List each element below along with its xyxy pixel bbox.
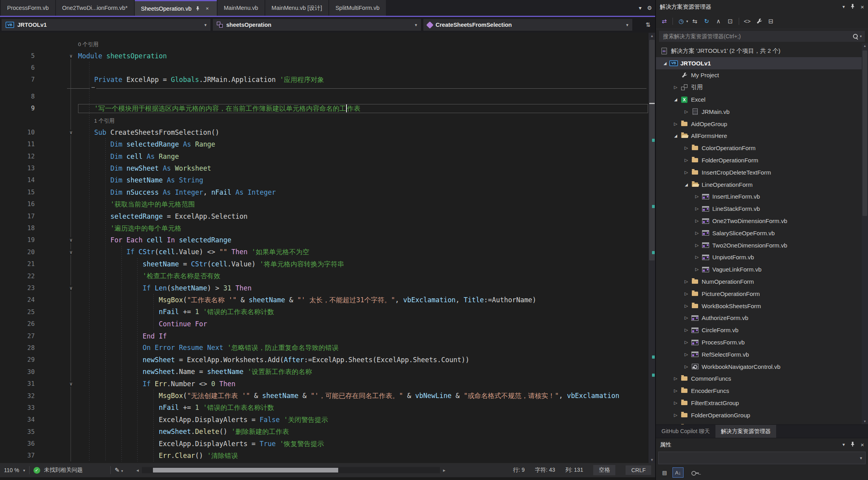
- scroll-down-arrow-icon[interactable]: ▼: [862, 419, 868, 424]
- tool-window-tab[interactable]: 解决方案资源管理器: [715, 425, 776, 438]
- tool-window-tab[interactable]: GitHub Copilot 聊天: [656, 425, 715, 438]
- document-tab[interactable]: SheetsOperation.vb×: [135, 0, 217, 16]
- tree-item-getcominfo[interactable]: ▷GetComInfo: [656, 421, 868, 424]
- collapse-all-icon[interactable]: ∧: [713, 17, 724, 26]
- expand-arrow-icon[interactable]: ▷: [693, 243, 701, 248]
- copilot-pen-icon[interactable]: ✎ ▾: [115, 467, 123, 474]
- code-line[interactable]: 12 Dim cell As Range: [0, 151, 648, 162]
- code-line[interactable]: 29 newSheet = ExcelApp.Worksheets.Add(Af…: [0, 354, 648, 366]
- expand-arrow-icon[interactable]: ▷: [682, 279, 691, 284]
- tree-item--jrtoolv1-2-2-[interactable]: ∞解决方案 'JRTOOLv1' (2 个项目，共 2 个): [656, 45, 868, 57]
- document-tab[interactable]: SplitMultiForm.vb: [329, 0, 386, 16]
- code-line[interactable]: 30 newSheet.Name = sheetName '设置新工作表的名称: [0, 366, 648, 378]
- indent-mode-button[interactable]: 空格: [593, 465, 615, 475]
- close-tab-icon[interactable]: ×: [204, 6, 210, 12]
- fold-chevron-icon[interactable]: ∨: [69, 53, 73, 59]
- tree-item-insertcropdeletetextform[interactable]: ▷InsertCropDeleteTextForm: [656, 166, 868, 179]
- scroll-left-arrow-icon[interactable]: ◄: [133, 468, 142, 473]
- member-dropdown[interactable]: CreateSheetsFromSelection ▾: [423, 19, 632, 31]
- tree-scrollbar[interactable]: ▲ ▼: [862, 43, 868, 424]
- tree-item-folderoperationgroup[interactable]: ▷FolderOperationGroup: [656, 409, 868, 421]
- project-dropdown[interactable]: VB JRTOOLv1 ▾: [2, 19, 210, 31]
- categorized-view-button[interactable]: ▤: [659, 467, 670, 478]
- tree-item-folderoperationform[interactable]: ▷FolderOperationForm: [656, 154, 868, 166]
- collapse-arrow-icon[interactable]: ◢: [661, 61, 669, 65]
- expand-arrow-icon[interactable]: ▷: [671, 413, 680, 418]
- search-box[interactable]: ▾: [659, 31, 865, 42]
- expand-arrow-icon[interactable]: ▷: [682, 291, 691, 296]
- code-line[interactable]: 26 Continue For: [0, 318, 648, 330]
- pin-icon[interactable]: [850, 441, 855, 448]
- code-line[interactable]: 36 ExcelApp.DisplayAlerts = True '恢复警告提示: [0, 438, 648, 450]
- tree-item-one2twodimensionform-vb[interactable]: ▷One2TwoDimensionForm.vb: [656, 215, 868, 227]
- fold-chevron-icon[interactable]: ∨: [69, 237, 73, 243]
- tree-item-jrmain-vb[interactable]: ▷JRMain.vb: [656, 106, 868, 118]
- document-tab[interactable]: One2TwoDi...ionForm.vb*: [56, 0, 134, 16]
- tree-item-aidopegroup[interactable]: ▷AidOpeGroup: [656, 118, 868, 130]
- code-line[interactable]: 37 Err.Clear() '清除错误: [0, 450, 648, 461]
- tree-item--[interactable]: ▷引用: [656, 81, 868, 93]
- tree-item-numoperationform[interactable]: ▷NumOperationForm: [656, 275, 868, 288]
- code-line[interactable]: 32 MsgBox("无法创建工作表 '" & sheetName & "'，可…: [0, 390, 648, 402]
- tree-item-insertlineform-vb[interactable]: ▷InsertLineForm.vb: [656, 191, 868, 203]
- tree-item-authorizeform-vb[interactable]: ▷AuthorizeForm.vb: [656, 312, 868, 324]
- collapse-arrow-icon[interactable]: ◢: [671, 134, 680, 138]
- code-line[interactable]: 14 Dim sheetName As String: [0, 174, 648, 186]
- scrollbar-thumb[interactable]: [862, 50, 867, 216]
- view-code-icon[interactable]: <>: [742, 17, 753, 26]
- document-tab[interactable]: ProcessForm.vb: [1, 0, 55, 16]
- tab-options-gear-icon[interactable]: ⚙: [647, 5, 652, 11]
- tree-item-my-project[interactable]: My Project: [656, 69, 868, 82]
- code-line[interactable]: 27 End If: [0, 330, 648, 342]
- search-icon[interactable]: [853, 33, 858, 39]
- code-line[interactable]: 19∨ For Each cell In selectedRange: [0, 234, 648, 246]
- tree-item-processform-vb[interactable]: ▷ProcessForm.vb: [656, 336, 868, 348]
- tree-item-workbooknavigatorcontrol-vb[interactable]: ▷WorkbookNavigatorControl.vb: [656, 361, 868, 373]
- search-input[interactable]: [662, 33, 851, 40]
- code-line[interactable]: 16 '获取当前选中的单元格范围: [0, 198, 648, 210]
- tab-overflow-chevron-icon[interactable]: ▾: [639, 5, 641, 11]
- tree-item-coloroperationform[interactable]: ▷ColorOperationForm: [656, 142, 868, 154]
- code-line[interactable]: 28 On Error Resume Next '忽略错误，防止重复命名导致的错…: [0, 342, 648, 354]
- code-line[interactable]: 34 ExcelApp.DisplayAlerts = False '关闭警告提…: [0, 414, 648, 426]
- scrollbar-thumb[interactable]: [649, 40, 655, 260]
- expand-arrow-icon[interactable]: ▷: [682, 352, 691, 357]
- tree-item-unpivotform-vb[interactable]: ▷UnpivotForm.vb: [656, 251, 868, 264]
- sync-with-active-document-icon[interactable]: ⇆: [690, 17, 700, 26]
- fold-chevron-icon[interactable]: ∨: [69, 249, 73, 255]
- code-line[interactable]: 25 nFail += 1 '错误的工作表名称计数: [0, 306, 648, 318]
- code-line[interactable]: 20∨ If CStr(cell.Value) <> "" Then '如果单元…: [0, 246, 648, 258]
- code-line[interactable]: 13 Dim newSheet As Worksheet: [0, 162, 648, 174]
- code-line[interactable]: 22 '检查工作表名称是否有效: [0, 270, 648, 282]
- wrench-icon[interactable]: [754, 17, 764, 26]
- expand-arrow-icon[interactable]: ▷: [682, 303, 691, 309]
- expand-arrow-icon[interactable]: ▷: [682, 340, 691, 345]
- code-line[interactable]: 6: [0, 62, 648, 74]
- codelens-row[interactable]: 1 个引用: [0, 114, 648, 126]
- code-line[interactable]: 33 nFail += 1 '错误的工作表名称计数: [0, 402, 648, 414]
- tree-item-circleform-vb[interactable]: ▷CircleForm.vb: [656, 324, 868, 336]
- code-line[interactable]: 9 '写一个模块用于根据选区内单元格的内容，在当前工作簿新建以单元格内容命名的工…: [0, 102, 648, 114]
- tree-item-filterextractgroup[interactable]: ▷FilterExtractGroup: [656, 397, 868, 409]
- expand-arrow-icon[interactable]: ▷: [693, 206, 701, 211]
- tree-item-vaguelinkform-vb[interactable]: ▷VagueLinkForm.vb: [656, 263, 868, 275]
- expand-arrow-icon[interactable]: ▷: [682, 109, 691, 114]
- codelens-row[interactable]: 0 个引用: [0, 38, 648, 50]
- code-line[interactable]: 23∨ If Len(sheetName) > 31 Then: [0, 282, 648, 294]
- collapse-arrow-icon[interactable]: ◢: [671, 97, 680, 102]
- code-line[interactable]: 31∨ If Err.Number <> 0 Then: [0, 378, 648, 390]
- expand-arrow-icon[interactable]: ▷: [693, 218, 701, 223]
- code-line[interactable]: 21 sheetName = CStr(cell.Value) '将单元格内容转…: [0, 258, 648, 270]
- expand-arrow-icon[interactable]: ▷: [693, 255, 701, 260]
- collapse-arrow-icon[interactable]: ◢: [682, 182, 691, 187]
- tree-item-pictureoperationform[interactable]: ▷PictureOperationForm: [656, 288, 868, 300]
- expand-arrow-icon[interactable]: ▷: [682, 158, 691, 163]
- scroll-up-arrow-icon[interactable]: ▲: [862, 43, 868, 49]
- code-line[interactable]: 11 Dim selectedRange As Range: [0, 138, 648, 150]
- tree-item-linestackform-vb[interactable]: ▷LineStackForm.vb: [656, 203, 868, 215]
- code-line[interactable]: 10∨ Sub CreateSheetsFromSelection(): [0, 127, 648, 138]
- expand-arrow-icon[interactable]: ▷: [682, 315, 691, 320]
- expand-arrow-icon[interactable]: ▷: [671, 376, 680, 381]
- collapsed-region-dots[interactable]: …: [90, 83, 96, 89]
- expand-arrow-icon[interactable]: ▷: [682, 145, 691, 151]
